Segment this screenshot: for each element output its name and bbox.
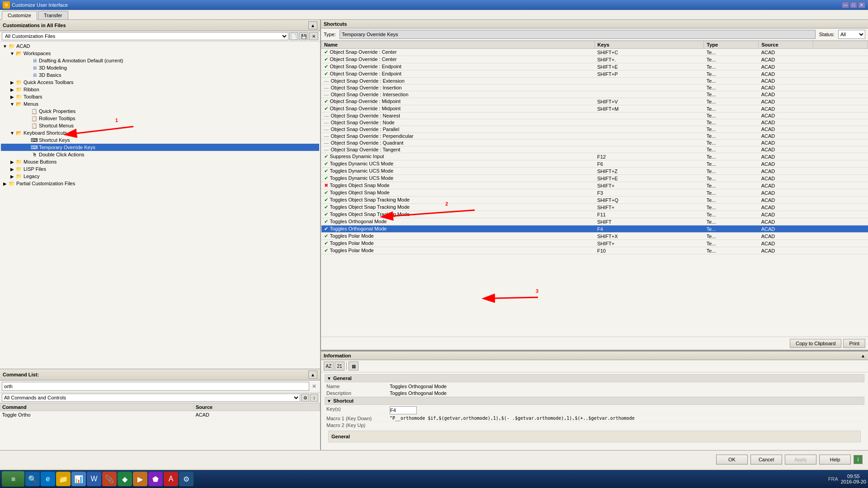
table-row[interactable]: —Object Snap Override : Nearest Te... AC… bbox=[321, 113, 868, 119]
table-row[interactable]: ✔Object Snap Override : Endpoint SHIFT+E… bbox=[321, 63, 868, 70]
customization-tree[interactable]: ▼ 📁 ACAD ▼ 📂 Workspaces ▶ 🖥 Drafting & A… bbox=[0, 42, 320, 369]
customization-file-select[interactable]: All Customization Files bbox=[2, 32, 288, 40]
table-row[interactable]: ✔Toggles Orthogonal Mode SHIFT Te... ACA… bbox=[321, 218, 868, 225]
collapse-btn[interactable]: ▲ bbox=[308, 371, 317, 379]
row-name: ✔Toggles Object Snap Tracking Mode bbox=[321, 197, 595, 204]
table-row[interactable]: Toggle Ortho ACAD bbox=[0, 411, 320, 419]
info-sort-num-button[interactable]: 21 bbox=[335, 361, 344, 371]
filter-options-button[interactable]: ⚙ bbox=[301, 394, 309, 402]
tab-customize[interactable]: Customize bbox=[2, 11, 37, 20]
maximize-button[interactable]: □ bbox=[850, 2, 857, 8]
tree-item-acad[interactable]: ▼ 📁 ACAD bbox=[1, 42, 319, 50]
table-row[interactable]: ✔Toggles Polar Mode SHIFT+X Te... ACAD bbox=[321, 233, 868, 240]
tree-item-lisp[interactable]: ▶ 📁 LISP Files bbox=[1, 165, 319, 173]
keys-input[interactable] bbox=[390, 406, 417, 414]
tree-item-double-click[interactable]: ▶ 🖱 Double Click Actions bbox=[1, 151, 319, 158]
tree-item-rollover[interactable]: ▶ 📋 Rollover Tooltips bbox=[1, 115, 319, 122]
table-row[interactable]: —Object Snap Override : Insertion Te... … bbox=[321, 84, 868, 91]
filter-sort-button[interactable]: ↕ bbox=[310, 394, 318, 402]
taskbar-icon-search[interactable]: 🔍 bbox=[25, 472, 40, 486]
table-row[interactable]: —Object Snap Override : Perpendicular Te… bbox=[321, 133, 868, 140]
tree-item-workspaces[interactable]: ▼ 📂 Workspaces bbox=[1, 50, 319, 57]
table-row[interactable]: ✔Toggles Polar Mode SHIFT+ Te... ACAD bbox=[321, 240, 868, 247]
tree-item-quick-props[interactable]: ▶ 📋 Quick Properties bbox=[1, 108, 319, 115]
table-row[interactable]: ✖Toggles Object Snap Mode SHIFT+ Te... A… bbox=[321, 182, 868, 189]
tree-item-mouse-buttons[interactable]: ▶ 📁 Mouse Buttons bbox=[1, 158, 319, 165]
search-input[interactable] bbox=[2, 382, 309, 391]
tree-item-legacy[interactable]: ▶ 📁 Legacy bbox=[1, 173, 319, 180]
table-row[interactable]: ✔Toggles Dynamic UCS Mode F6 Te... ACAD bbox=[321, 160, 868, 168]
table-row[interactable]: —Object Snap Override : Quadrant Te... A… bbox=[321, 140, 868, 146]
info-icon-button[interactable]: i bbox=[854, 455, 863, 464]
table-row[interactable]: —Object Snap Override : Extension Te... … bbox=[321, 78, 868, 84]
taskbar-icon-app4[interactable]: ▶ bbox=[133, 472, 147, 486]
tab-transfer[interactable]: Transfer bbox=[38, 11, 68, 19]
taskbar-icon-app5[interactable]: ⬟ bbox=[148, 472, 163, 486]
start-button[interactable]: ⊞ bbox=[2, 471, 24, 487]
info-grid-button[interactable]: ▦ bbox=[349, 361, 359, 371]
table-row[interactable]: —Object Snap Override : Intersection Te.… bbox=[321, 91, 868, 98]
tree-item-shortcut-menus[interactable]: ▶ 📋 Shortcut Menus bbox=[1, 122, 319, 129]
table-row[interactable]: ✔Object Snap Override : Midpoint SHIFT+M… bbox=[321, 105, 868, 113]
status-select[interactable]: All bbox=[838, 30, 865, 39]
shortcut-section-header[interactable]: ▼ Shortcut bbox=[325, 397, 864, 405]
general-section-header[interactable]: ▼ General bbox=[325, 374, 864, 382]
tree-item-temp-override[interactable]: ▶ ⌨ Temporary Override Keys bbox=[1, 144, 319, 151]
info-sort-az-button[interactable]: AZ bbox=[324, 361, 334, 371]
search-clear-button[interactable]: ✕ bbox=[310, 382, 318, 390]
minimize-button[interactable]: — bbox=[842, 2, 849, 8]
info-collapse-button[interactable]: ▲ bbox=[861, 353, 865, 358]
table-row[interactable]: ✔Toggles Object Snap Tracking Mode SHIFT… bbox=[321, 197, 868, 204]
tree-toggle[interactable]: ▼ bbox=[2, 43, 8, 49]
table-row[interactable]: ✔Object Snap Override : Endpoint SHIFT+P… bbox=[321, 70, 868, 78]
save-button[interactable]: 💾 bbox=[299, 32, 308, 40]
print-button[interactable]: Print bbox=[843, 339, 865, 348]
type-input[interactable] bbox=[340, 30, 816, 39]
shortcuts-table-container[interactable]: Name Keys Type Source ✔Object Snap Overr… bbox=[321, 41, 868, 337]
ok-button[interactable]: OK bbox=[716, 455, 748, 465]
close-button-panel[interactable]: ✕ bbox=[309, 32, 318, 40]
table-row[interactable]: ✔Object Snap Override : Center SHIFT+. T… bbox=[321, 56, 868, 63]
taskbar-icon-app2[interactable]: 📎 bbox=[102, 472, 117, 486]
new-file-button[interactable]: 📄 bbox=[289, 32, 298, 40]
apply-button[interactable]: Apply bbox=[785, 455, 816, 465]
taskbar-icon-app3[interactable]: ◆ bbox=[118, 472, 132, 486]
expand-all-button[interactable]: ▲ bbox=[308, 21, 317, 29]
tree-item-3d-modeling[interactable]: ▶ 🖥 3D Modeling bbox=[1, 64, 319, 71]
table-row[interactable]: ✔Suppress Dynamic Input F12 Te... ACAD bbox=[321, 153, 868, 160]
tree-item-partial-cust[interactable]: ▶ 📁 Partial Customization Files bbox=[1, 180, 319, 187]
tree-item-shortcut-keys[interactable]: ▶ ⌨ Shortcut Keys bbox=[1, 136, 319, 144]
taskbar-icon-explorer[interactable]: 📁 bbox=[56, 472, 71, 486]
taskbar-icon-app1[interactable]: 📊 bbox=[71, 472, 86, 486]
table-row[interactable]: —Object Snap Override : Tangent Te... AC… bbox=[321, 146, 868, 153]
help-button[interactable]: Help bbox=[819, 455, 851, 465]
tree-item-3d-basics[interactable]: ▶ 🖥 3D Basics bbox=[1, 71, 319, 79]
tree-item-ribbon[interactable]: ▶ 📁 Ribbon bbox=[1, 86, 319, 93]
table-row[interactable]: ✔Toggles Object Snap Tracking Mode SHIFT… bbox=[321, 204, 868, 211]
row-type: Te... bbox=[704, 233, 759, 240]
table-row[interactable]: ✔Toggles Object Snap Mode F3 Te... ACAD bbox=[321, 189, 868, 197]
table-row[interactable]: ✔Toggles Object Snap Tracking Mode F11 T… bbox=[321, 211, 868, 218]
tree-item-qa-toolbars[interactable]: ▶ 📁 Quick Access Toolbars bbox=[1, 79, 319, 86]
table-row[interactable]: ✔Toggles Orthogonal Mode F4 Te... ACAD bbox=[321, 225, 868, 233]
row-name: ✔Toggles Orthogonal Mode bbox=[321, 225, 595, 233]
tree-item-toolbars[interactable]: ▶ 📁 Toolbars bbox=[1, 93, 319, 100]
taskbar-icon-ie[interactable]: e bbox=[41, 472, 55, 486]
close-button[interactable]: ✕ bbox=[858, 2, 865, 8]
taskbar-icon-word[interactable]: W bbox=[87, 472, 101, 486]
table-row[interactable]: ✔Toggles Dynamic UCS Mode SHIFT+Z Te... … bbox=[321, 168, 868, 175]
tree-item-drafting[interactable]: ▶ 🖥 Drafting & Annotation Default (curre… bbox=[1, 57, 319, 64]
table-row[interactable]: ✔Toggles Dynamic UCS Mode SHIFT+E Te... … bbox=[321, 175, 868, 182]
taskbar-icon-app7[interactable]: ⚙ bbox=[179, 472, 193, 486]
table-row[interactable]: ✔Object Snap Override : Center SHIFT+C T… bbox=[321, 49, 868, 56]
command-filter-select[interactable]: All Commands and Controls bbox=[2, 394, 300, 402]
table-row[interactable]: ✔Object Snap Override : Midpoint SHIFT+V… bbox=[321, 98, 868, 105]
tree-item-menus[interactable]: ▼ 📂 Menus bbox=[1, 100, 319, 108]
table-row[interactable]: —Object Snap Override : Parallel Te... A… bbox=[321, 126, 868, 133]
cancel-button[interactable]: Cancel bbox=[750, 455, 782, 465]
table-row[interactable]: ✔Toggles Polar Mode F10 Te... ACAD bbox=[321, 247, 868, 254]
taskbar-icon-app6[interactable]: A bbox=[164, 472, 178, 486]
table-row[interactable]: —Object Snap Override : Node Te... ACAD bbox=[321, 119, 868, 126]
tree-item-keyboard-shortcuts[interactable]: ▼ 📂 Keyboard Shortcuts bbox=[1, 129, 319, 136]
copy-to-clipboard-button[interactable]: Copy to Clipboard bbox=[790, 339, 841, 348]
